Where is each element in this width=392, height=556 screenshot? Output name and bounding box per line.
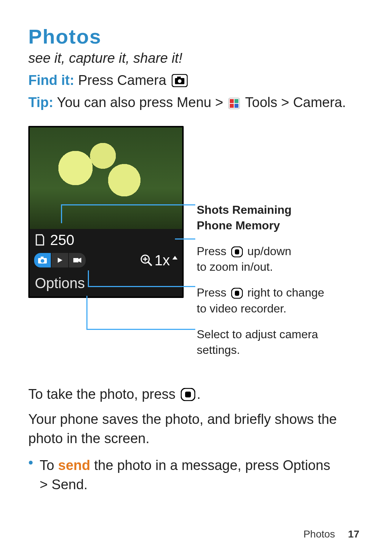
callout-mode-before: Press [197,286,230,299]
tip-camera: Camera [293,95,342,110]
svg-rect-2 [177,77,181,78]
callout-zoom-after2: to zoom in/out. [197,260,273,273]
callouts-col: Shots Remaining Phone Memory Press up/do… [197,126,324,368]
svg-rect-13 [73,258,78,262]
dpad-icon [231,246,243,257]
svg-rect-7 [230,104,234,108]
tip-tools: Tools [241,95,277,110]
mode-video-icon[interactable] [69,253,86,267]
tip-period: . [342,95,346,110]
bullet-send: • To send the photo in a message, press … [28,456,364,494]
svg-point-11 [41,259,44,263]
zoom-icon [140,254,152,266]
bullet-options: Options [283,458,330,473]
callout-shots-l1: Shots Remaining [197,202,324,218]
tip-gt-1: > [211,95,227,110]
bullet-dot: • [28,456,33,494]
tip-menu: Menu [177,95,211,110]
viewfinder-image [30,127,182,229]
bullet-mid: the photo in a message, press [90,458,283,473]
svg-marker-19 [172,256,177,259]
callout-zoom-after1: up/down [244,245,291,258]
take-photo-line: To take the photo, press . [28,385,364,404]
callout-shots-l2: Phone Memory [197,218,324,233]
page-footer: Photos 17 [303,528,359,540]
bullet-gt: > [40,477,52,492]
take-before: To take the photo, press [28,387,179,402]
saves-text: Your phone saves the photo, and briefly … [28,410,364,448]
dpad-icon [231,288,243,299]
options-softkey[interactable]: Options [30,272,182,297]
mode-play-icon[interactable] [52,253,68,267]
zoom-text: 1x [155,252,170,269]
svg-rect-23 [235,291,239,296]
svg-rect-6 [234,99,238,103]
callout-shots: Shots Remaining Phone Memory [197,202,324,233]
status-bar: 250 [30,229,182,249]
footer-page: 17 [348,528,359,540]
bullet-send-word: send [58,458,90,473]
callout-opt-l1: Select to adjust camera [197,328,318,341]
phone-mock: 250 1x Options [28,126,184,298]
callout-mode-after2: to video recorder. [197,302,286,315]
tools-icon [228,98,240,109]
svg-rect-25 [185,392,191,397]
mode-selector[interactable] [34,253,86,267]
camera-key-icon [172,74,188,87]
callout-zoom-before: Press [197,245,230,258]
bullet-before: To [40,458,58,473]
center-key-icon [181,388,195,401]
callout-mode: Press right to change to video recorder. [197,285,324,316]
zoom-indicator: 1x [140,252,178,269]
page-title: Photos [28,25,364,48]
bullet-period: . [84,477,88,492]
zoom-up-icon [172,255,178,265]
callout-mode-after1: right to change [244,286,324,299]
take-after: . [197,387,201,402]
callout-zoom: Press up/down to zoom in/out. [197,244,324,275]
tip-line: Tip: You can also press Menu > Tools > C… [28,93,364,112]
footer-section: Photos [303,528,335,540]
svg-marker-12 [58,258,62,263]
tagline: see it, capture it, share it! [28,50,364,66]
findit-label: Find it: [28,73,74,88]
memory-icon [35,233,45,246]
tip-text-1: You can also press [53,95,177,110]
shots-remaining-value: 250 [50,233,74,247]
findit-text: Press Camera [74,73,170,88]
bullet-send2: Send [52,477,84,492]
svg-point-3 [178,79,181,83]
find-it-line: Find it: Press Camera [28,71,364,90]
mode-bar: 1x [30,249,182,272]
svg-rect-10 [41,257,44,258]
callout-opt-l2: settings. [197,343,240,356]
svg-rect-8 [234,104,238,108]
svg-marker-14 [78,258,81,263]
mode-photo-icon[interactable] [34,253,51,267]
svg-rect-21 [235,249,239,254]
callout-options: Select to adjust camera settings. [197,327,324,358]
svg-line-16 [148,262,152,266]
tip-gt-2: > [277,95,293,110]
tip-label: Tip: [28,95,53,110]
figure-row: 250 1x Options Shots R [28,126,364,368]
svg-rect-5 [230,99,234,103]
